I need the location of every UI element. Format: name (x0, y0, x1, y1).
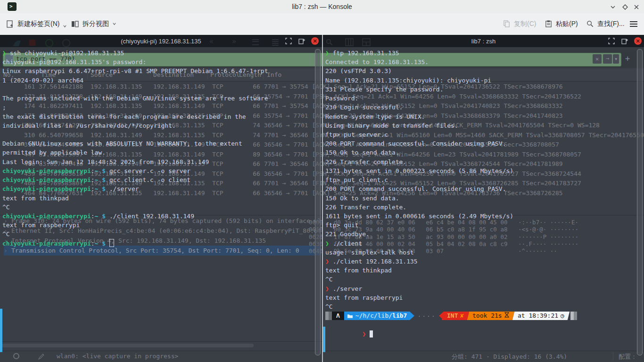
terminal-line: chiyoyuki-pi@raspberrypi:~ $ (2, 239, 322, 248)
clock-segment: at 18:39:21◷ (512, 312, 569, 320)
text-segment: Password: (325, 95, 358, 102)
text-segment: chiyoyuki-pi@raspberrypi (2, 167, 91, 174)
text-segment: chiyoyuki-pi@192.168.31.135's password: (2, 58, 146, 66)
text-segment: ~ (95, 167, 99, 174)
split-view-icon (71, 20, 79, 28)
terminal-line: Password: (325, 94, 644, 103)
text-cursor (370, 330, 373, 337)
copy-button[interactable]: 复制(C) (503, 13, 536, 34)
text-segment: text from thinkpad (325, 267, 392, 274)
text-segment: chiyoyuki-pi@raspberrypi (2, 185, 91, 192)
detach-pane-icon[interactable] (298, 37, 305, 45)
terminal-line: 200 PORT command successful. Consider us… (325, 139, 644, 148)
copy-icon (503, 20, 511, 28)
konsole-app-icon: > (8, 2, 17, 11)
pane-left-header[interactable]: (chiyoyuki-pi) 192.168.31.135 ✕ (0, 35, 322, 47)
right-pane-scrollbar[interactable] (637, 49, 643, 355)
window-titlebar[interactable]: > lib7 : zsh — Konsole (0, 0, 644, 13)
exit-status-label: INT (447, 312, 458, 320)
terminal-line: Debian GNU/Linux comes with ABSOLUTELY N… (2, 139, 322, 148)
text-segment: ./client 192.168.31.149 (106, 213, 194, 220)
p10k-right-cap (570, 312, 574, 320)
text-segment: Linux raspberrypi 6.6.47+rpt-rpi-v8 #1 S… (2, 67, 268, 74)
text-segment: 221 Goodbye. (325, 230, 370, 238)
text-segment: $ (99, 213, 106, 220)
terminal-right-screen[interactable]: ❯ ftp 192.168.31.135Connected to 192.168… (323, 47, 644, 362)
terminal-line: 150 Ok to send data. (325, 148, 644, 157)
minimize-icon[interactable] (609, 3, 617, 11)
text-segment: ^C (325, 276, 333, 283)
exit-status-segment: INT✘ (441, 312, 469, 320)
paste-button[interactable]: 粘贴(P) (545, 13, 578, 34)
focus-accent-bar-right (323, 327, 325, 352)
terminal-line: 221 Goodbye. (325, 230, 644, 239)
text-segment: Connected to 192.168.31.135. (325, 58, 429, 66)
hamburger-menu-button[interactable] (629, 13, 638, 34)
terminal-line: Using binary mode to transfer files. (325, 121, 644, 130)
terminal-line: chiyoyuki-pi@raspberrypi:~ $ ./client 19… (2, 212, 322, 221)
terminal-line: chiyoyuki-pi@raspberrypi:~ $ ./server (2, 184, 322, 193)
text-segment: The programs included with the Debian GN… (2, 95, 268, 102)
pane-left-title: (chiyoyuki-pi) 192.168.31.135 (121, 38, 201, 45)
text-segment: : (91, 176, 95, 183)
text-segment: 220 (vsFTPd 3.0.3) (325, 67, 392, 74)
text-segment: : (91, 240, 95, 247)
close-pane-icon[interactable]: ✕ (311, 37, 319, 45)
terminal-line: ftp> put server.c (325, 130, 644, 139)
text-segment: chiyoyuki-pi@raspberrypi (2, 176, 91, 183)
text-segment: text from raspberrypi (2, 222, 80, 229)
error-x-icon: ✘ (460, 312, 464, 320)
split-view-button[interactable]: 拆分视图 (71, 13, 116, 34)
terminal-line: The programs included with the Debian GN… (2, 94, 322, 103)
text-segment: ./client 192.168.31.135 (329, 258, 418, 265)
text-segment: usage: simplex-talk host (325, 249, 414, 256)
text-segment: Last login: Sun Jan 12 18:48:52 2025 fro… (2, 158, 209, 165)
text-segment: : (91, 167, 95, 174)
terminal-line: Remote system type is UNIX. (325, 112, 644, 121)
text-segment: ; (2, 104, 6, 111)
text-segment: 150 Ok to send data. (325, 149, 399, 156)
terminal-line: 200 PORT command successful. Consider us… (325, 184, 644, 193)
p10k-left-cap (325, 312, 329, 320)
terminal-line: ; (2, 103, 322, 112)
terminal-line: ^C (2, 203, 322, 212)
p10k-prompt-bar: Λ ~/h/c/lib/lib7 ···· INT✘ took 21s at 1… (325, 312, 644, 320)
terminal-left-screen[interactable]: ❯ ssh chiyoyuki-pi@192.168.31.135chiyoyu… (0, 47, 322, 362)
paste-label: 粘贴(P) (556, 20, 578, 28)
text-segment: : (91, 213, 95, 220)
search-icon (586, 20, 594, 28)
text-segment: ssh chiyoyuki-pi@192.168.31.135 (6, 49, 124, 57)
duration-segment: took 21s (467, 312, 514, 320)
terminal-right-lines: ❯ ftp 192.168.31.135Connected to 192.168… (325, 49, 644, 311)
find-button[interactable]: 查找(F)... (586, 13, 625, 34)
text-segment (106, 240, 109, 247)
left-pane-scrollbar[interactable] (315, 49, 321, 355)
new-tab-button[interactable]: 新建标签页(N) (6, 13, 67, 34)
terminal-line: permitted by applicable law. (2, 148, 322, 157)
chevron-down-icon (112, 22, 116, 26)
detach-pane-icon[interactable] (621, 37, 628, 45)
terminal-line: chiyoyuki-pi@192.168.31.135's password: (2, 58, 322, 66)
pane-right-title: lib7 : zsh (471, 38, 495, 45)
prompt-arrow: ❯ (325, 49, 329, 57)
terminal-line: 226 Transfer complete. (325, 203, 644, 212)
text-segment: ftp> quit (325, 222, 358, 229)
text-segment: $ (99, 167, 106, 174)
terminal-line: chiyoyuki-pi@raspberrypi:~ $ gcc client.… (2, 175, 322, 184)
maximize-icon[interactable] (621, 3, 629, 11)
pane-splitter[interactable] (322, 35, 323, 362)
close-pane-icon[interactable]: ✕ (634, 37, 642, 45)
text-segment: ./server (106, 185, 139, 192)
text-segment: 200 PORT command successful. Consider us… (325, 185, 506, 192)
duration-label: took 21s (472, 312, 502, 320)
expand-pane-icon[interactable] (285, 37, 292, 45)
p10k-left-cap2 (329, 312, 332, 320)
close-icon[interactable] (633, 3, 640, 11)
expand-pane-icon[interactable] (608, 37, 615, 45)
terminal-pane-left: (chiyoyuki-pi) 192.168.31.135 ✕ ❯ ssh ch… (0, 35, 322, 362)
text-segment: 230 Login successful. (325, 104, 403, 111)
text-segment: 1 (2024-09-02) aarch64 (2, 77, 83, 84)
pane-right-header[interactable]: lib7 : zsh ✕ (323, 35, 644, 47)
time-label: at 18:39:21 (518, 312, 558, 320)
active-prompt-line: ❯ (325, 320, 644, 329)
